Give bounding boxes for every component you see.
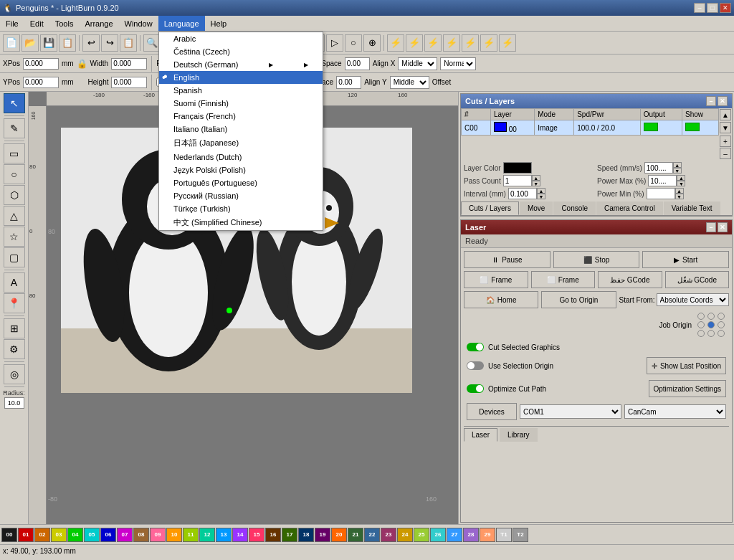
color-swatch-15[interactable]: 15	[249, 528, 264, 542]
color-swatch-T1[interactable]: T1	[496, 528, 512, 542]
menu-arrange[interactable]: Arrange	[79, 16, 118, 31]
lang-dutch[interactable]: Nederlands (Dutch)	[159, 151, 323, 163]
layer-row-0[interactable]: C00 00 Image 100.0 / 20.0	[462, 120, 719, 136]
lp-pass-down[interactable]: ▼	[532, 181, 540, 186]
color-swatch-05[interactable]: 05	[84, 528, 100, 542]
goto-origin-button[interactable]: Go to Origin	[541, 291, 616, 308]
use-selection-toggle[interactable]	[467, 361, 484, 370]
tool-gear[interactable]: ⚙	[4, 339, 25, 359]
lp-interval-input[interactable]	[508, 188, 537, 199]
gcode1-button[interactable]: حفظ GCode	[598, 271, 662, 288]
lp-pass-up[interactable]: ▲	[532, 175, 540, 181]
tb-circle1[interactable]: ○	[345, 34, 362, 52]
lp-powermax-input[interactable]	[648, 175, 677, 186]
height-input[interactable]	[111, 77, 147, 88]
optimize-toggle[interactable]	[467, 384, 484, 393]
menu-tools[interactable]: Tools	[49, 16, 80, 31]
tb-paste[interactable]: 📋	[120, 34, 137, 52]
lang-czech[interactable]: Čeština (Czech)	[159, 45, 323, 58]
menu-window[interactable]: Window	[119, 16, 158, 31]
optimization-settings-btn[interactable]: Optimization Settings	[649, 380, 727, 397]
jo-dot-tr[interactable]	[718, 313, 725, 320]
lp-speed-up[interactable]: ▲	[673, 162, 682, 168]
tool-star[interactable]: ☆	[4, 227, 25, 247]
jo-dot-bc[interactable]	[707, 330, 715, 337]
color-swatch-T2[interactable]: T2	[513, 528, 528, 542]
color-swatch-24[interactable]: 24	[397, 528, 413, 542]
panel-close-btn[interactable]: ✕	[718, 96, 728, 106]
color-swatch-19[interactable]: 19	[315, 528, 330, 542]
pause-button[interactable]: ⏸ Pause	[464, 251, 550, 268]
com-select[interactable]: COM1	[520, 404, 621, 419]
menu-language[interactable]: Language	[158, 16, 205, 31]
color-swatch-07[interactable]: 07	[117, 528, 133, 542]
menu-help[interactable]: Help	[205, 16, 233, 31]
lp-interval-down[interactable]: ▼	[537, 194, 545, 199]
tool-tri[interactable]: △	[4, 206, 25, 226]
tb-laser3[interactable]: ⚡	[424, 34, 442, 52]
tool-rounded-rect[interactable]: ▢	[4, 247, 25, 267]
color-swatch-28[interactable]: 28	[463, 528, 479, 542]
color-swatch-04[interactable]: 04	[67, 528, 83, 542]
color-swatch-12[interactable]: 12	[199, 528, 215, 542]
tb-laser7[interactable]: ⚡	[499, 34, 516, 52]
scroll-down-btn[interactable]: ▼	[720, 122, 731, 133]
lang-french[interactable]: Français (French)	[159, 110, 323, 123]
tool-rect[interactable]: ▭	[4, 143, 25, 163]
lang-polish[interactable]: Język Polski (Polish)	[159, 163, 323, 176]
close-button[interactable]: ✕	[720, 3, 731, 13]
tb-tri2[interactable]: ▷	[326, 34, 343, 52]
jo-dot-br[interactable]	[718, 330, 725, 337]
del-layer-btn[interactable]: –	[720, 148, 731, 159]
color-swatch-29[interactable]: 29	[480, 528, 495, 542]
frame1-button[interactable]: ⬜ Frame	[464, 271, 528, 288]
tab-laser[interactable]: Laser	[464, 428, 497, 442]
color-swatch-27[interactable]: 27	[447, 528, 462, 542]
lang-japanese[interactable]: 日本語 (Japanese)	[159, 136, 323, 151]
color-swatch-06[interactable]: 06	[100, 528, 116, 542]
vspace-input[interactable]	[336, 76, 361, 89]
tb-laser2[interactable]: ⚡	[406, 34, 423, 52]
lp-powermax-up[interactable]: ▲	[677, 175, 685, 181]
menu-file[interactable]: File	[0, 16, 24, 31]
color-swatch-13[interactable]: 13	[216, 528, 232, 542]
jo-dot-mc[interactable]	[707, 321, 715, 328]
stop-button[interactable]: ⬛ Stop	[553, 251, 640, 268]
add-layer-btn[interactable]: +	[720, 136, 731, 147]
tb-redo[interactable]: ↪	[101, 34, 118, 52]
laser-minimize-btn[interactable]: –	[706, 222, 716, 232]
tb-saveas[interactable]: 📋	[59, 34, 76, 52]
color-swatch-11[interactable]: 11	[183, 528, 199, 542]
panel-minimize-btn[interactable]: –	[706, 96, 716, 106]
tool-draw[interactable]: ✎	[4, 118, 25, 138]
jo-dot-tc[interactable]	[707, 313, 715, 320]
jo-dot-bl[interactable]	[697, 330, 705, 337]
tab-cuts-layers[interactable]: Cuts / Layers	[461, 201, 519, 215]
color-swatch-00[interactable]: 00	[1, 528, 17, 542]
lp-speed-input[interactable]	[644, 162, 673, 174]
tab-camera[interactable]: Camera Control	[596, 201, 663, 215]
jo-dot-tl[interactable]	[697, 313, 705, 320]
jo-dot-mr[interactable]	[718, 321, 725, 328]
color-swatch-03[interactable]: 03	[51, 528, 67, 542]
menu-edit[interactable]: Edit	[24, 16, 49, 31]
hspace-input[interactable]	[345, 57, 370, 70]
color-swatch-22[interactable]: 22	[364, 528, 380, 542]
tb-open[interactable]: 📂	[22, 34, 39, 52]
tab-library[interactable]: Library	[500, 428, 538, 442]
tab-move[interactable]: Move	[520, 201, 553, 215]
lp-passcount-input[interactable]	[503, 175, 532, 186]
laser-close-btn[interactable]: ✕	[718, 222, 728, 232]
tool-grid[interactable]: ⊞	[4, 318, 25, 338]
cut-selected-toggle[interactable]	[467, 343, 484, 351]
normal-select[interactable]: Normal	[440, 57, 476, 70]
color-swatch-02[interactable]: 02	[34, 528, 50, 542]
scroll-up-btn[interactable]: ▲	[720, 109, 731, 120]
color-swatch-26[interactable]: 26	[430, 528, 446, 542]
tb-target[interactable]: ⊕	[363, 34, 381, 52]
color-swatch-09[interactable]: 09	[150, 528, 166, 542]
layer-output-indicator[interactable]	[644, 123, 658, 131]
color-swatch-16[interactable]: 16	[265, 528, 281, 542]
lang-chinese[interactable]: 中文 (Simplified Chinese)	[159, 215, 323, 230]
tool-circle2[interactable]: ◎	[4, 364, 25, 384]
